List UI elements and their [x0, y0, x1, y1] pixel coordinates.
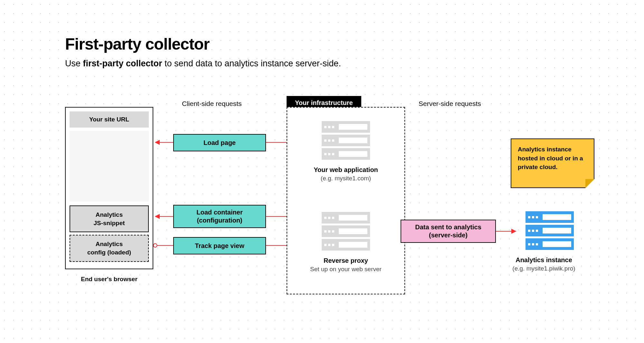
- pill-data-sent: Data sent to analytics (server-side): [401, 220, 496, 243]
- webapp-title: Your web application: [314, 166, 378, 174]
- pill-track-page-view: Track page view: [173, 237, 266, 254]
- page-title: First-party collector: [65, 35, 210, 53]
- sticky-note: Analytics instance hosted in cloud or in…: [511, 138, 594, 188]
- server-row: [322, 239, 370, 251]
- server-row: [322, 135, 370, 146]
- proxy-sub: Set up on your web server: [310, 265, 382, 273]
- webapp-sub: (e.g. mysite1.com): [314, 174, 378, 183]
- browser-url-bar: Your site URL: [70, 111, 149, 128]
- subtitle-prefix: Use: [65, 59, 83, 68]
- analytics-sub: (e.g. mysite1.piwik.pro): [508, 264, 579, 273]
- server-stack-proxy: Reverse proxy Set up on your web server: [287, 212, 404, 273]
- webapp-caption: Your web application (e.g. mysite1.com): [314, 166, 378, 183]
- analytics-caption: Analytics instance (e.g. mysite1.piwik.p…: [508, 256, 579, 273]
- analytics-title: Analytics instance: [508, 256, 579, 264]
- proxy-title: Reverse proxy: [310, 256, 382, 265]
- subtitle-suffix: to send data to analytics instance serve…: [162, 59, 341, 68]
- block-js-snippet: Analytics JS-snippet: [70, 205, 149, 232]
- server-row: [526, 211, 574, 223]
- browser-body: [70, 131, 149, 202]
- pill-load-container: Load container (configuration): [173, 205, 266, 228]
- infra-box: Your web application (e.g. mysite1.com) …: [287, 107, 405, 294]
- label-server-side: Server-side requests: [419, 100, 481, 108]
- server-row: [526, 238, 574, 250]
- browser-caption: End user's browser: [65, 276, 153, 283]
- server-row: [526, 225, 574, 236]
- browser-box: Your site URL Analytics JS-snippet Analy…: [65, 107, 153, 269]
- pill-load-page: Load page: [173, 134, 266, 151]
- server-row: [322, 148, 370, 160]
- server-stack-webapp: Your web application (e.g. mysite1.com): [287, 121, 404, 183]
- label-client-side: Client-side requests: [182, 100, 242, 108]
- server-row: [322, 212, 370, 224]
- page-subtitle: Use first-party collector to send data t…: [65, 59, 341, 69]
- server-row: [322, 225, 370, 237]
- block-config-loaded: Analytics config (loaded): [70, 235, 149, 262]
- subtitle-bold: first-party collector: [83, 59, 162, 68]
- proxy-caption: Reverse proxy Set up on your web server: [310, 256, 382, 273]
- server-row: [322, 121, 370, 133]
- server-stack-analytics: Analytics instance (e.g. mysite1.piwik.p…: [520, 211, 579, 273]
